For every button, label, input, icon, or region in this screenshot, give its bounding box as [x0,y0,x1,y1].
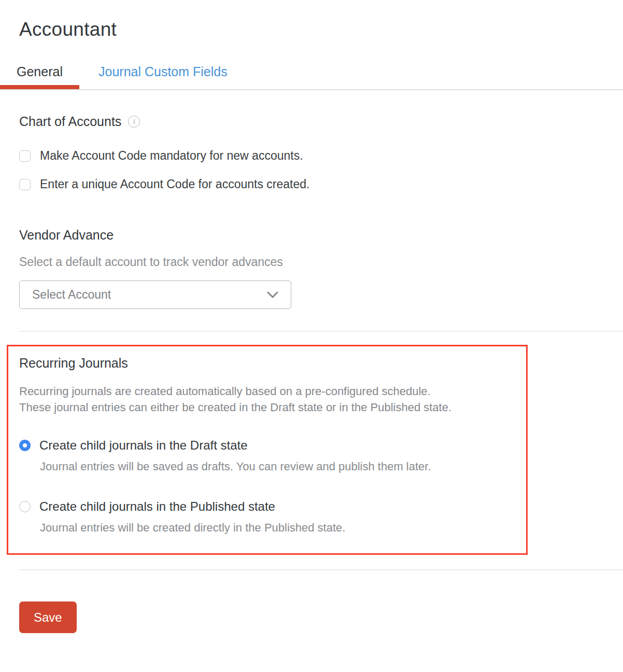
radio-option-published: Create child journals in the Published s… [19,499,511,535]
radio-selected-icon[interactable] [19,440,31,451]
recurring-journals-description: Recurring journals are created automatic… [19,383,511,415]
save-button[interactable]: Save [19,601,77,633]
chart-of-accounts-heading: Chart of Accounts [19,114,121,129]
recurring-journals-highlight-box: Recurring Journals Recurring journals ar… [7,345,528,555]
recurring-journals-heading: Recurring Journals [19,356,511,371]
chart-of-accounts-heading-row: Chart of Accounts i [19,114,604,129]
vendor-advance-account-select[interactable]: Select Account [19,281,291,309]
checkbox-row-unique-account-code[interactable]: Enter a unique Account Code for accounts… [19,177,604,191]
radio-description: Journal entries will be saved as drafts.… [40,460,511,473]
tab-general[interactable]: General [0,64,79,89]
checkbox-unique-account-code[interactable] [19,179,31,190]
checkbox-row-account-code-mandatory[interactable]: Make Account Code mandatory for new acco… [19,149,604,163]
description-line: These journal entries can either be crea… [19,399,511,415]
tab-journal-custom-fields[interactable]: Journal Custom Fields [98,64,228,89]
vendor-advance-section: Vendor Advance Select a default account … [19,228,604,309]
select-placeholder: Select Account [32,288,111,302]
settings-content: Chart of Accounts i Make Account Code ma… [0,114,623,633]
checkbox-label: Make Account Code mandatory for new acco… [40,149,303,163]
chevron-down-icon [267,291,278,298]
page-title: Accountant [0,0,623,40]
section-divider [19,569,623,570]
tab-general-label: General [17,64,63,79]
radio-label: Create child journals in the Draft state [39,438,248,453]
vendor-advance-heading: Vendor Advance [19,228,604,243]
tab-bar: General Journal Custom Fields [0,64,623,90]
radio-row-draft-state[interactable]: Create child journals in the Draft state [19,438,511,453]
vendor-advance-description: Select a default account to track vendor… [19,255,604,269]
description-line: Recurring journals are created automatic… [19,383,511,399]
radio-description: Journal entries will be created directly… [40,521,511,535]
info-icon[interactable]: i [128,116,140,128]
chart-of-accounts-section: Chart of Accounts i Make Account Code ma… [19,114,604,191]
radio-row-published-state[interactable]: Create child journals in the Published s… [19,499,511,514]
radio-label: Create child journals in the Published s… [39,499,275,514]
tab-journal-custom-fields-label: Journal Custom Fields [98,64,228,79]
checkbox-account-code-mandatory[interactable] [19,150,31,162]
accountant-settings-page: Accountant General Journal Custom Fields… [0,0,623,672]
section-divider [19,331,623,332]
radio-unselected-icon[interactable] [19,501,31,512]
radio-option-draft: Create child journals in the Draft state… [19,438,511,473]
checkbox-label: Enter a unique Account Code for accounts… [40,177,309,191]
